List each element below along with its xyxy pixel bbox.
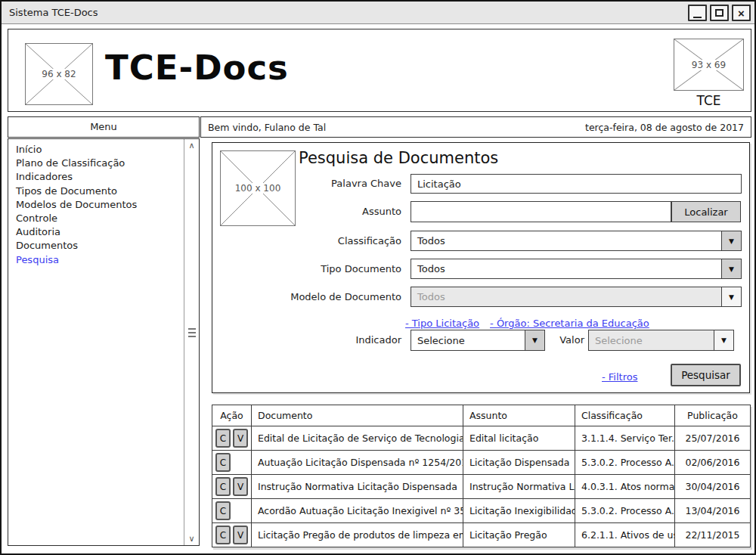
action-c-button[interactable]: C [215,453,231,472]
active-filter-links: - Tipo Licitação - Órgão: Secretaria da … [405,318,649,329]
classification-cell: 4.0.3.1. Atos norma... [575,475,675,499]
valor-label: Valor [553,330,584,351]
search-title: Pesquisa de Documentos [299,149,498,167]
subject-input[interactable] [411,201,671,222]
search-panel: 100 x 100 Pesquisa de Documentos Palavra… [212,142,750,393]
sidebar-item-tipos-de-documento[interactable]: Tipos de Documento [16,184,184,198]
placeholder-size-label: 96 x 82 [39,69,78,79]
header-panel: 96 x 82 TCE-Docs 93 x 69 TCE [8,29,751,112]
classification-value: Todos [411,231,721,250]
classification-cell: 5.3.0.2. Processo A... [575,499,675,523]
action-cell: CV [212,523,252,547]
action-cell: CV [212,475,252,499]
chevron-down-icon[interactable]: ▼ [721,231,741,250]
app-title: TCE-Docs [105,48,289,88]
sidebar-item-modelos-de-documentos[interactable]: Modelos de Documentos [16,198,184,212]
pesquisar-button[interactable]: Pesquisar [671,364,741,386]
action-c-button[interactable]: C [215,477,231,496]
publication-cell: 30/04/2016 [675,475,751,499]
subject-cell: Licitação Inexigibilidade [463,499,575,523]
window-title: Sistema TCE-Docs [2,2,754,23]
subject-cell: Licitação Pregão [463,523,575,547]
column-header-assunto: Assunto [463,405,575,426]
table-row: C Acordão Autuação Licitação Inexigivel … [212,499,751,523]
keyword-label: Palavra Chave [212,174,401,194]
subject-cell: Instrução Normativa Lic... [463,475,575,499]
table-row: CV Instrução Normativa Licitação Dispens… [212,475,751,499]
subject-cell: Edital licitação [463,426,575,451]
filters-link[interactable]: - Filtros [602,371,637,383]
doctype-label: Tipo Documento [212,259,401,279]
doctype-value: Todos [411,259,721,278]
column-header-documento: Documento [252,405,463,426]
indicator-value: Selecione [411,330,525,350]
scrollbar-grip[interactable] [188,326,196,340]
table-row: CV Edital de Licitação de Serviço de Tec… [212,426,751,451]
action-c-button[interactable]: C [215,501,231,520]
action-v-button[interactable]: V [233,526,248,544]
document-cell: Acordão Autuação Licitação Inexigivel nº… [252,499,463,523]
close-icon: × [738,8,745,19]
docmodel-dropdown: Todos ▼ [411,287,742,307]
classification-cell: 3.1.1.4. Serviço Ter... [575,426,675,451]
sidebar-item-indicadores[interactable]: Indicadores [16,170,184,184]
current-date: terça-feira, 08 de agosto de 2017 [585,122,744,133]
welcome-greeting: Bem vindo, Fulano de Tal [208,122,326,133]
sidebar-item-auditoria[interactable]: Auditoria [16,225,184,239]
chevron-down-icon[interactable]: ▼ [525,330,544,350]
action-v-button[interactable]: V [233,477,248,496]
publication-cell: 25/07/2016 [675,426,751,451]
localizar-button[interactable]: Localizar [671,201,741,222]
column-header-acao: Ação [212,405,252,426]
action-v-button[interactable]: V [233,429,248,448]
close-button[interactable]: × [732,5,751,21]
minimize-button[interactable] [688,5,707,21]
sidebar-item-início[interactable]: Início [16,143,184,157]
scroll-down-icon[interactable]: ∨ [184,534,199,544]
sidebar-item-documentos[interactable]: Documentos [16,239,184,253]
chevron-down-icon[interactable]: ▼ [721,259,741,278]
classification-dropdown[interactable]: Todos ▼ [411,231,742,251]
document-cell: Instrução Normativa Licitação Dispensada [252,475,463,499]
logo-image-placeholder: 96 x 82 [25,43,93,105]
window-controls: × [688,5,751,21]
sidebar-title: Menu [8,116,200,138]
document-cell: Edital de Licitação de Serviço de Tecnol… [252,426,463,451]
sidebar-menu-list: InícioPlano de ClassificaçãoIndicadoresT… [8,139,184,545]
filter-link-tipo-licitacao[interactable]: - Tipo Licitação [405,318,479,329]
sidebar-item-controle[interactable]: Controle [16,212,184,225]
document-cell: Autuação Licitação Dispensada nº 1254/20… [252,451,463,475]
sidebar-menu: InícioPlano de ClassificaçãoIndicadoresT… [8,138,200,546]
docmodel-label: Modelo de Documento [212,287,401,307]
maximize-button[interactable] [710,5,729,21]
table-row: CV Licitação Pregão de produtos de limpe… [212,523,751,547]
indicator-label: Indicador [212,330,401,351]
results-table: Ação Documento Assunto Classificação Pub… [212,405,751,547]
action-c-button[interactable]: C [215,429,231,448]
sidebar-item-pesquisa[interactable]: Pesquisa [16,253,184,267]
column-header-classificacao: Classificação [575,405,675,426]
table-header-row: Ação Documento Assunto Classificação Pub… [212,405,751,426]
subject-cell: Licitação Dispensada [463,451,575,475]
title-bar: Sistema TCE-Docs × [2,2,754,24]
action-c-button[interactable]: C [215,526,231,544]
classification-cell: 6.2.1.1. Ativos de us... [575,523,675,547]
tce-caption: TCE [674,93,744,108]
valor-dropdown: Selecione ▼ [588,330,734,351]
chevron-down-icon: ▼ [714,330,733,350]
scroll-up-icon[interactable]: ∧ [184,141,199,150]
sidebar-scrollbar[interactable]: ∧ ∨ [184,139,199,545]
document-cell: Licitação Pregão de produtos de limpeza … [252,523,463,547]
app-window: Sistema TCE-Docs × 96 x 82 TCE-Docs [0,0,756,555]
keyword-input[interactable] [411,174,742,194]
publication-cell: 22/11/2015 [675,523,751,547]
indicator-dropdown[interactable]: Selecione ▼ [411,330,545,351]
docmodel-value: Todos [411,287,721,306]
filter-link-orgao[interactable]: - Órgão: Secretaria da Educação [490,318,649,329]
publication-cell: 13/04/2016 [675,499,751,523]
placeholder-size-label: 93 x 69 [689,60,728,70]
doctype-dropdown[interactable]: Todos ▼ [411,259,742,279]
tce-image-placeholder: 93 x 69 [674,39,744,91]
sidebar-item-plano-de-classificação[interactable]: Plano de Classificação [16,157,184,170]
welcome-bar: Bem vindo, Fulano de Tal terça-feira, 08… [200,116,751,138]
